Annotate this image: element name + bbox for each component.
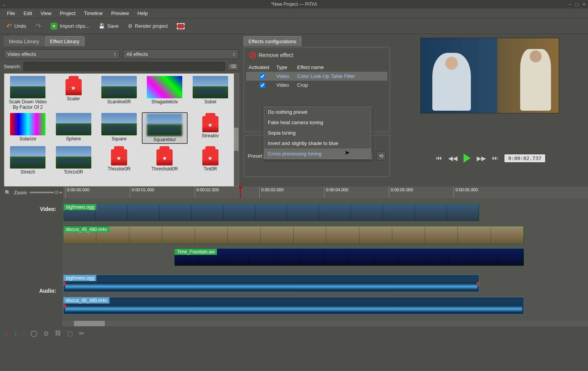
effect-item[interactable]: Scanline0R	[96, 75, 142, 111]
search-input[interactable]	[24, 62, 225, 71]
timeline-ruler-row: 🔍 Zoom 0:00:00.0000:00:01.0000:00:02.000…	[0, 187, 588, 198]
preset-option[interactable]: Invert and slightly shade to blue	[264, 138, 371, 148]
effect-subset-combo[interactable]: All effects ⇳	[123, 49, 239, 59]
forward-button[interactable]: ▶▶	[476, 153, 486, 163]
menu-edit[interactable]: Edit	[20, 9, 36, 18]
preset-dropdown-menu[interactable]: Do nothing presetFake heat camera toning…	[264, 106, 371, 159]
zoom-slider[interactable]	[30, 192, 62, 193]
effect-row[interactable]: VideoCrop	[246, 81, 387, 89]
tool-box-icon[interactable]: ⬚	[67, 330, 73, 337]
tool-circle-icon[interactable]: ◯	[30, 330, 37, 337]
close-icon[interactable]: ✕	[581, 2, 586, 7]
menu-preview[interactable]: Preview	[107, 9, 133, 18]
effect-name: Squareblur	[153, 137, 176, 142]
ruler-tick: 0:00:03.000	[259, 187, 284, 198]
video-clip[interactable]: discus_45_480.m4v	[63, 226, 524, 244]
video-preview[interactable]	[420, 38, 559, 113]
effect-item[interactable]: Tchrzv0R	[50, 145, 96, 175]
effect-item[interactable]: Tint0R	[188, 145, 233, 175]
tool-eye-icon[interactable]: ⊙	[44, 330, 49, 337]
playback-controls: ⏮ ◀◀ ▶▶ ⏭ 0:00:02.737	[434, 153, 546, 164]
effect-activated-checkbox[interactable]	[260, 83, 265, 88]
remove-effect-button[interactable]: Remove effect	[246, 50, 296, 61]
effect-item[interactable]: Squareblur	[142, 112, 187, 144]
effect-thumb	[147, 114, 182, 136]
effect-name: Shagadelictv	[151, 99, 178, 105]
effect-item[interactable]: Sphere	[50, 112, 96, 144]
effect-item[interactable]: Scale Down Video By Factor Of 2	[5, 75, 50, 111]
effect-item[interactable]: Square	[96, 112, 142, 144]
goto-start-button[interactable]: ⏮	[434, 153, 444, 163]
timeline-ruler[interactable]: 0:00:00.0000:00:01.0000:00:02.0000:00:03…	[62, 187, 588, 198]
menu-timeline[interactable]: Timeline	[80, 9, 107, 18]
redo-button[interactable]: ↷	[32, 20, 44, 32]
playhead[interactable]	[240, 187, 241, 198]
split-left-icon[interactable]: ↓	[5, 330, 8, 337]
preset-option[interactable]: Cross processing toning	[264, 148, 371, 159]
search-clear-button[interactable]: ⌫	[227, 63, 239, 70]
window-menu-icon[interactable]: ⌄	[2, 2, 5, 7]
video-clip[interactable]: bigthreeo.ogg	[63, 204, 479, 221]
preset-option[interactable]: Fake heat camera toning	[264, 117, 371, 128]
audio-clip[interactable]: bigthreeo.ogg	[63, 275, 479, 292]
effect-item[interactable]: Scaler	[50, 75, 96, 111]
effect-item[interactable]: Solarize	[5, 112, 50, 144]
effect-item[interactable]: Stretch	[5, 145, 50, 175]
effect-item[interactable]: Sobel	[188, 75, 233, 111]
zoom-label: Zoom	[14, 190, 27, 196]
tab-effects-config[interactable]: Effects configurations	[244, 36, 301, 46]
undo-button[interactable]: ↶ Undo	[3, 20, 29, 32]
maximize-icon[interactable]: ▢	[574, 2, 580, 7]
save-label: Save	[107, 23, 119, 29]
tab-media-library[interactable]: Media Library	[4, 36, 44, 46]
render-button[interactable]: ⚙ Render project	[125, 22, 171, 30]
tool-link-icon[interactable]: ⛓	[55, 330, 61, 337]
goto-end-button[interactable]: ⏭	[490, 153, 500, 163]
effect-type: Video	[276, 73, 297, 79]
effect-item[interactable]: Shagadelictv	[142, 75, 187, 111]
magnify-icon: 🔍	[5, 190, 11, 196]
effect-thumb	[10, 76, 45, 98]
save-button[interactable]: 💾 Save	[96, 22, 122, 30]
effect-row[interactable]: VideoColor Look-Up Table Filter	[246, 72, 387, 81]
effect-name: Thrcolor0R	[108, 166, 130, 172]
effect-thumb	[147, 76, 182, 98]
video-track-label: Video:	[0, 198, 62, 268]
effect-category-combo[interactable]: Video effects ⇳	[4, 49, 120, 59]
effect-name: Crop	[297, 82, 308, 88]
rewind-button[interactable]: ◀◀	[448, 153, 458, 163]
effect-name: Threshold0R	[151, 166, 178, 172]
menu-project[interactable]: Project	[56, 9, 79, 18]
menubar: File Edit View Project Timeline Preview …	[0, 8, 588, 19]
tool-cut-icon[interactable]: ✂	[79, 330, 84, 337]
play-button[interactable]	[462, 153, 472, 164]
effects-scrollbar[interactable]	[234, 74, 239, 186]
split-right-icon[interactable]: ↓	[14, 330, 17, 337]
effect-item[interactable]: Thrcolor0R	[96, 145, 142, 175]
menu-file[interactable]: File	[3, 9, 19, 18]
effect-subset-value: All effects	[126, 51, 148, 57]
minimize-icon[interactable]: ─	[567, 2, 573, 7]
effect-item[interactable]: Streaktv	[188, 112, 233, 144]
tab-effect-library[interactable]: Effect Library	[45, 36, 84, 46]
effect-name: Streaktv	[202, 133, 219, 138]
video-clip[interactable]: Time_Fountain.avi	[174, 248, 524, 266]
audio-clip[interactable]: discus_45_480.m4v	[63, 297, 524, 315]
effect-name: Tchrzv0R	[64, 169, 83, 175]
preset-option[interactable]: Sepia toning	[264, 128, 371, 138]
import-clips-button[interactable]: + Import clips...	[47, 21, 92, 31]
preset-option[interactable]: Do nothing preset	[264, 107, 371, 117]
timecode-display[interactable]: 0:00:02.737	[504, 154, 546, 163]
menu-view[interactable]: View	[37, 9, 55, 18]
effect-item[interactable]: Threshold0R	[142, 145, 187, 175]
timeline-h-scrollbar[interactable]	[62, 321, 588, 326]
timeline-tracks[interactable]: bigthreeo.ogg discus_45_480.m4v Time_Fou…	[62, 198, 588, 326]
menu-help[interactable]: Help	[134, 9, 152, 18]
ruler-tick: 0:00:06.000	[454, 187, 478, 198]
film-icon	[177, 23, 185, 29]
film-icon-button[interactable]	[174, 22, 188, 31]
col-name: Effect name	[297, 64, 324, 70]
effect-activated-checkbox[interactable]	[260, 74, 265, 79]
play-icon	[464, 153, 470, 163]
preset-reset-button[interactable]: ⟲	[376, 151, 386, 160]
